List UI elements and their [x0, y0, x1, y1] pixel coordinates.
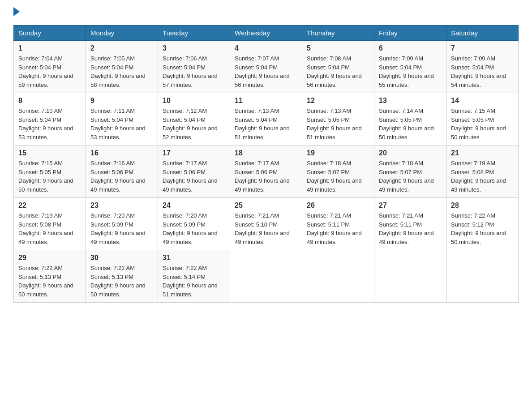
day-number: 27 [379, 201, 442, 210]
day-number: 24 [163, 201, 225, 210]
weekday-header-wednesday: Wednesday [230, 26, 302, 41]
weekday-header-friday: Friday [374, 26, 446, 41]
day-info: Sunrise: 7:20 AMSunset: 5:09 PMDaylight:… [163, 212, 218, 245]
day-info: Sunrise: 7:15 AMSunset: 5:05 PMDaylight:… [18, 160, 73, 193]
day-info: Sunrise: 7:17 AMSunset: 5:06 PMDaylight:… [163, 160, 218, 193]
calendar-week-row: 15Sunrise: 7:15 AMSunset: 5:05 PMDayligh… [14, 146, 519, 198]
calendar-cell: 10Sunrise: 7:12 AMSunset: 5:04 PMDayligh… [158, 93, 230, 146]
calendar-cell: 20Sunrise: 7:18 AMSunset: 5:07 PMDayligh… [374, 146, 446, 198]
day-info: Sunrise: 7:22 AMSunset: 5:13 PMDaylight:… [18, 265, 73, 298]
day-number: 21 [451, 149, 514, 157]
calendar-cell: 13Sunrise: 7:14 AMSunset: 5:05 PMDayligh… [374, 93, 446, 146]
calendar-cell [302, 250, 374, 303]
calendar-cell: 1Sunrise: 7:04 AMSunset: 5:04 PMDaylight… [14, 41, 86, 93]
calendar-week-row: 22Sunrise: 7:19 AMSunset: 5:08 PMDayligh… [14, 198, 519, 250]
calendar-cell: 8Sunrise: 7:10 AMSunset: 5:04 PMDaylight… [14, 93, 86, 146]
day-info: Sunrise: 7:04 AMSunset: 5:04 PMDaylight:… [18, 55, 73, 88]
day-number: 31 [163, 254, 225, 262]
day-number: 25 [235, 201, 297, 210]
day-info: Sunrise: 7:22 AMSunset: 5:12 PMDaylight:… [451, 212, 506, 245]
day-number: 8 [18, 97, 81, 105]
day-number: 22 [18, 201, 81, 210]
day-number: 30 [90, 254, 153, 262]
calendar-cell: 6Sunrise: 7:09 AMSunset: 5:04 PMDaylight… [374, 41, 446, 93]
day-info: Sunrise: 7:12 AMSunset: 5:04 PMDaylight:… [163, 107, 218, 141]
day-number: 4 [235, 44, 297, 52]
day-number: 7 [451, 44, 514, 52]
day-number: 26 [307, 201, 369, 210]
calendar-cell: 12Sunrise: 7:13 AMSunset: 5:05 PMDayligh… [302, 93, 374, 146]
logo-arrow-icon [13, 7, 20, 16]
day-number: 12 [307, 97, 369, 105]
day-number: 16 [90, 149, 153, 157]
day-info: Sunrise: 7:14 AMSunset: 5:05 PMDaylight:… [379, 107, 434, 141]
weekday-header-saturday: Saturday [446, 26, 519, 41]
calendar-cell: 4Sunrise: 7:07 AMSunset: 5:04 PMDaylight… [230, 41, 302, 93]
day-info: Sunrise: 7:19 AMSunset: 5:08 PMDaylight:… [18, 212, 73, 245]
calendar-cell: 7Sunrise: 7:09 AMSunset: 5:04 PMDaylight… [446, 41, 519, 93]
weekday-header-tuesday: Tuesday [158, 26, 230, 41]
day-info: Sunrise: 7:22 AMSunset: 5:13 PMDaylight:… [90, 265, 146, 298]
day-info: Sunrise: 7:15 AMSunset: 5:05 PMDaylight:… [451, 107, 506, 141]
calendar-cell: 21Sunrise: 7:19 AMSunset: 5:08 PMDayligh… [446, 146, 519, 198]
day-number: 14 [451, 97, 514, 105]
calendar-cell: 2Sunrise: 7:05 AMSunset: 5:04 PMDaylight… [86, 41, 158, 93]
logo [13, 9, 20, 16]
day-info: Sunrise: 7:18 AMSunset: 5:07 PMDaylight:… [379, 160, 434, 193]
day-info: Sunrise: 7:11 AMSunset: 5:04 PMDaylight:… [90, 107, 146, 141]
calendar-week-row: 29Sunrise: 7:22 AMSunset: 5:13 PMDayligh… [14, 250, 519, 303]
calendar-week-row: 1Sunrise: 7:04 AMSunset: 5:04 PMDaylight… [14, 41, 519, 93]
calendar-cell: 3Sunrise: 7:06 AMSunset: 5:04 PMDaylight… [158, 41, 230, 93]
calendar-cell: 22Sunrise: 7:19 AMSunset: 5:08 PMDayligh… [14, 198, 86, 250]
day-info: Sunrise: 7:13 AMSunset: 5:04 PMDaylight:… [235, 107, 290, 141]
day-info: Sunrise: 7:21 AMSunset: 5:11 PMDaylight:… [379, 212, 434, 245]
calendar-cell: 31Sunrise: 7:22 AMSunset: 5:14 PMDayligh… [158, 250, 230, 303]
day-info: Sunrise: 7:08 AMSunset: 5:04 PMDaylight:… [307, 55, 362, 88]
page-header [13, 9, 519, 16]
calendar-cell: 24Sunrise: 7:20 AMSunset: 5:09 PMDayligh… [158, 198, 230, 250]
calendar-cell: 19Sunrise: 7:18 AMSunset: 5:07 PMDayligh… [302, 146, 374, 198]
calendar-cell: 26Sunrise: 7:21 AMSunset: 5:11 PMDayligh… [302, 198, 374, 250]
day-number: 2 [90, 44, 153, 52]
day-number: 1 [18, 44, 81, 52]
day-number: 20 [379, 149, 442, 157]
weekday-header-thursday: Thursday [302, 26, 374, 41]
calendar-week-row: 8Sunrise: 7:10 AMSunset: 5:04 PMDaylight… [14, 93, 519, 146]
day-info: Sunrise: 7:17 AMSunset: 5:06 PMDaylight:… [235, 160, 290, 193]
day-info: Sunrise: 7:16 AMSunset: 5:06 PMDaylight:… [90, 160, 146, 193]
calendar-cell: 28Sunrise: 7:22 AMSunset: 5:12 PMDayligh… [446, 198, 519, 250]
day-number: 18 [235, 149, 297, 157]
day-number: 15 [18, 149, 81, 157]
calendar-table: SundayMondayTuesdayWednesdayThursdayFrid… [13, 25, 519, 303]
day-number: 13 [379, 97, 442, 105]
day-info: Sunrise: 7:13 AMSunset: 5:05 PMDaylight:… [307, 107, 362, 141]
calendar-cell: 23Sunrise: 7:20 AMSunset: 5:09 PMDayligh… [86, 198, 158, 250]
day-number: 28 [451, 201, 514, 210]
day-info: Sunrise: 7:09 AMSunset: 5:04 PMDaylight:… [451, 55, 506, 88]
day-number: 10 [163, 97, 225, 105]
calendar-cell: 25Sunrise: 7:21 AMSunset: 5:10 PMDayligh… [230, 198, 302, 250]
calendar-cell [374, 250, 446, 303]
day-number: 17 [163, 149, 225, 157]
day-number: 29 [18, 254, 81, 262]
day-info: Sunrise: 7:18 AMSunset: 5:07 PMDaylight:… [307, 160, 362, 193]
calendar-cell: 15Sunrise: 7:15 AMSunset: 5:05 PMDayligh… [14, 146, 86, 198]
weekday-header-monday: Monday [86, 26, 158, 41]
calendar-cell: 27Sunrise: 7:21 AMSunset: 5:11 PMDayligh… [374, 198, 446, 250]
weekday-header-row: SundayMondayTuesdayWednesdayThursdayFrid… [14, 26, 519, 41]
day-info: Sunrise: 7:21 AMSunset: 5:11 PMDaylight:… [307, 212, 362, 245]
day-info: Sunrise: 7:09 AMSunset: 5:04 PMDaylight:… [379, 55, 434, 88]
day-number: 23 [90, 201, 153, 210]
day-number: 19 [307, 149, 369, 157]
calendar-cell: 14Sunrise: 7:15 AMSunset: 5:05 PMDayligh… [446, 93, 519, 146]
day-number: 9 [90, 97, 153, 105]
calendar-cell: 18Sunrise: 7:17 AMSunset: 5:06 PMDayligh… [230, 146, 302, 198]
calendar-header: SundayMondayTuesdayWednesdayThursdayFrid… [14, 26, 519, 41]
day-info: Sunrise: 7:21 AMSunset: 5:10 PMDaylight:… [235, 212, 290, 245]
calendar-cell: 11Sunrise: 7:13 AMSunset: 5:04 PMDayligh… [230, 93, 302, 146]
day-info: Sunrise: 7:07 AMSunset: 5:04 PMDaylight:… [235, 55, 290, 88]
calendar-cell: 29Sunrise: 7:22 AMSunset: 5:13 PMDayligh… [14, 250, 86, 303]
calendar-cell: 16Sunrise: 7:16 AMSunset: 5:06 PMDayligh… [86, 146, 158, 198]
day-info: Sunrise: 7:10 AMSunset: 5:04 PMDaylight:… [18, 107, 73, 141]
calendar-cell: 9Sunrise: 7:11 AMSunset: 5:04 PMDaylight… [86, 93, 158, 146]
